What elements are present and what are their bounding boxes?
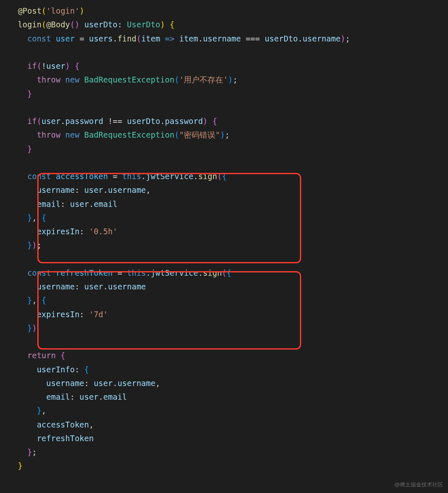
code-line[interactable]: const user = users.find(item => item.use… [8,32,448,46]
code-line[interactable]: email: user.email [8,197,448,211]
code-token: ) [341,34,345,43]
code-token [8,406,37,415]
code-line[interactable]: }, { [8,294,448,307]
code-token: === [241,34,265,43]
code-line[interactable]: throw new BadRequestException('用户不存在'); [8,73,448,87]
code-line[interactable]: userInfo: { [8,363,448,376]
code-token: . [113,379,117,388]
code-token [80,75,84,84]
code-token: . [198,268,203,277]
code-line[interactable]: }, { [8,211,448,225]
code-token [8,310,37,319]
code-token: username [37,185,75,194]
code-token: ( [222,268,226,277]
code-token [8,296,27,305]
code-token: } [27,447,32,457]
code-line[interactable] [8,101,448,114]
code-line[interactable]: }, [8,404,448,418]
code-token: user [84,185,103,194]
code-line[interactable] [8,253,448,266]
code-token: this [127,268,146,277]
code-token: this [122,172,141,181]
code-line[interactable]: } [8,142,448,156]
code-line[interactable]: } [8,87,448,101]
code-line[interactable]: expiresIn: '7d' [8,308,448,321]
code-token [8,48,13,57]
code-token: . [113,34,117,43]
code-token [8,392,46,401]
code-line[interactable]: return { [8,349,448,362]
code-token: . [298,34,302,43]
code-token: throw [37,75,61,84]
code-token: ( [41,6,46,15]
code-token: ; [233,75,237,84]
code-token: ) [80,6,84,15]
code-line[interactable] [8,335,448,349]
code-line[interactable]: const accessToken = this.jwtService.sign… [8,170,448,183]
code-line[interactable]: email: user.email [8,390,448,404]
code-token: } [27,296,32,305]
code-token: ( [174,75,179,84]
code-line[interactable]: @Post('login') [8,4,448,18]
code-token: : [80,227,89,236]
code-token: UserDto [127,20,160,29]
code-token: { [41,296,46,305]
code-token: @ [18,6,22,15]
code-token [8,379,46,388]
code-line[interactable]: accessToken, [8,418,448,432]
code-line[interactable]: if(!user) { [8,59,448,73]
code-token [8,323,27,333]
code-line[interactable]: } [8,459,448,473]
code-token: ; [345,34,350,43]
code-token: ) [160,20,165,29]
code-line[interactable]: throw new BadRequestException("密码错误"); [8,128,448,142]
code-line[interactable]: }) [8,321,448,335]
code-token: : [117,20,127,29]
code-token [8,89,27,98]
code-token [8,34,27,43]
code-token [80,130,84,139]
code-editor[interactable]: @Post('login') login(@Body() userDto: Us… [8,4,448,473]
code-line[interactable]: refreshToken [8,432,448,445]
code-line[interactable]: }; [8,445,448,459]
code-token: . [98,392,103,401]
code-token [51,172,56,181]
code-token: throw [37,130,61,139]
code-token: user [80,392,99,401]
code-token [8,130,37,139]
code-token: ! [41,61,46,70]
code-token: { [222,172,226,181]
code-token: : [70,392,80,401]
code-line[interactable]: username: user.username [8,280,448,294]
code-line[interactable] [8,46,448,59]
code-line[interactable]: login(@Body() userDto: UserDto) { [8,18,448,32]
code-token: email [46,392,70,401]
code-token: ( [37,61,41,70]
code-token: '0.5h' [89,227,117,236]
code-line[interactable]: username: user.username, [8,376,448,390]
code-token: ) [203,117,207,126]
code-token: ) [228,75,233,84]
code-token: users [89,34,113,43]
code-token: . [103,185,108,194]
code-line[interactable]: const refreshToken = this.jwtService.sig… [8,266,448,280]
code-token: ; [225,130,229,139]
code-line[interactable]: if(user.password !== userDto.password) { [8,114,448,128]
code-token: { [84,365,89,374]
code-line[interactable] [8,156,448,170]
code-token: email [103,392,127,401]
code-token [8,282,37,291]
code-token: userInfo [37,365,75,374]
code-token [61,130,65,139]
code-token: => [165,34,175,43]
code-token: : [84,379,94,388]
code-token: ( [41,20,46,29]
code-line[interactable]: }); [8,238,448,252]
code-line[interactable]: expiresIn: '0.5h' [8,225,448,238]
code-token: , [156,379,160,388]
code-token [56,351,60,360]
code-token: ) [32,323,37,333]
code-token: 'login' [46,6,80,15]
code-token: BadRequestException [84,130,174,139]
code-line[interactable]: username: user.username, [8,183,448,197]
